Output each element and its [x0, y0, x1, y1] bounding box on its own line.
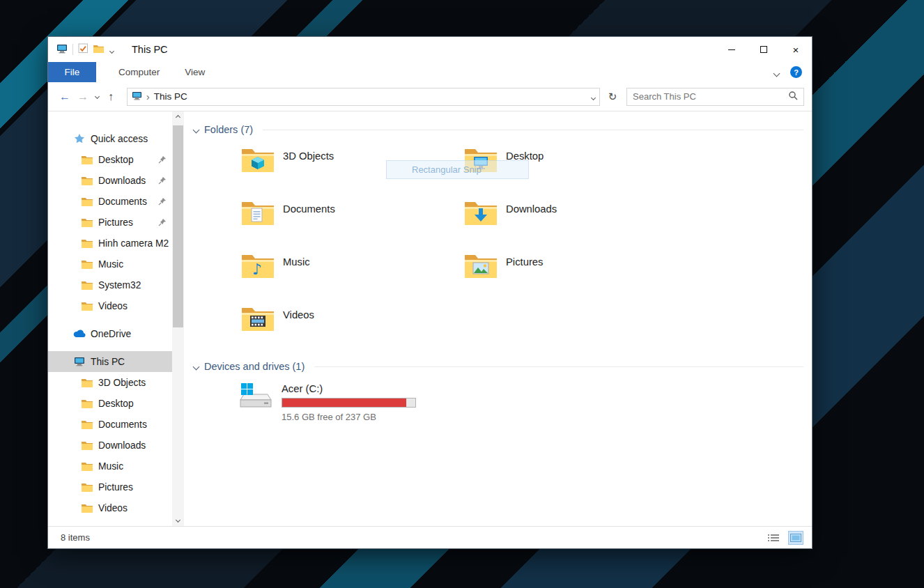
sidebar-item-hinh-camera-m2[interactable]: Hinh camera M2	[48, 233, 172, 254]
breadcrumb-separator-icon: ›	[146, 91, 150, 102]
customize-toolbar-chevron-icon[interactable]	[110, 44, 114, 55]
folder-icon	[81, 197, 93, 206]
details-view-button[interactable]	[766, 531, 781, 545]
collapse-group-chevron-icon[interactable]	[193, 363, 200, 370]
sidebar-item-system32[interactable]: System32	[48, 274, 172, 295]
drive-free-space: 15.6 GB free of 237 GB	[282, 412, 416, 422]
address-location-icon	[132, 91, 142, 102]
new-folder-icon[interactable]	[93, 44, 104, 55]
refresh-button[interactable]: ↻	[604, 88, 621, 106]
item-count: 8 items	[61, 532, 90, 543]
sidebar-item-videos-qa[interactable]: Videos	[48, 295, 172, 316]
tile-videos[interactable]: Videos	[240, 302, 463, 355]
breadcrumb[interactable]: This PC	[154, 91, 187, 102]
group-header-label: Devices and drives (1)	[204, 361, 305, 372]
sidebar-item-documents[interactable]: Documents	[48, 414, 172, 435]
folder-icon	[81, 420, 93, 429]
sidebar-item-desktop-pinned[interactable]: Desktop	[48, 149, 172, 170]
sidebar-item-label: Videos	[98, 503, 128, 513]
sidebar-item-documents-pinned[interactable]: Documents	[48, 191, 172, 212]
folder-icon	[81, 302, 93, 311]
sidebar-item-quick-access[interactable]: Quick access	[48, 128, 172, 149]
scrollbar-thumb[interactable]	[173, 125, 183, 327]
collapse-ribbon-chevron-icon[interactable]	[774, 67, 779, 78]
forward-button[interactable]: →	[74, 88, 92, 106]
address-bar[interactable]: › This PC	[127, 88, 600, 106]
tab-view[interactable]: View	[172, 62, 217, 82]
group-header-devices[interactable]: Devices and drives (1)	[194, 361, 803, 372]
properties-icon[interactable]	[78, 43, 88, 56]
sidebar-item-label: OneDrive	[91, 329, 131, 339]
sidebar-item-downloads-pinned[interactable]: Downloads	[48, 170, 172, 191]
scroll-up-icon[interactable]	[172, 111, 184, 123]
minimize-button[interactable]	[716, 37, 748, 62]
sidebar-item-music[interactable]: Music	[48, 456, 172, 477]
sidebar-item-label: Quick access	[91, 134, 148, 144]
sidebar-item-desktop[interactable]: Desktop	[48, 393, 172, 414]
sidebar-item-onedrive[interactable]: OneDrive	[48, 323, 172, 344]
folder-icon	[81, 155, 93, 164]
folder-icon	[81, 281, 93, 290]
help-button[interactable]: ?	[790, 66, 802, 78]
sidebar-item-videos[interactable]: Videos	[48, 497, 172, 518]
sidebar-item-music-qa[interactable]: Music	[48, 254, 172, 274]
sidebar-item-this-pc[interactable]: This PC	[48, 351, 172, 372]
address-dropdown-chevron-icon[interactable]	[592, 91, 595, 102]
sidebar-item-label: Documents	[98, 196, 147, 207]
pin-icon	[158, 155, 167, 164]
snip-ghost-overlay: Rectangular Snip	[386, 160, 529, 179]
tile-documents[interactable]: Documents	[240, 196, 463, 249]
close-button[interactable]: ×	[780, 37, 812, 62]
sidebar-item-label: Downloads	[98, 176, 146, 186]
sidebar-item-pictures[interactable]: Pictures	[48, 477, 172, 497]
drive-label: Acer (C:)	[282, 383, 416, 394]
drive-usage-fill	[282, 399, 406, 407]
downloads-folder-icon	[463, 199, 498, 229]
quick-access-toolbar	[56, 43, 114, 56]
svg-text:♪: ♪	[252, 261, 262, 278]
tile-label: Downloads	[506, 203, 557, 215]
tile-music[interactable]: ♪ Music	[240, 249, 463, 302]
group-header-folders[interactable]: Folders (7)	[194, 124, 803, 135]
folder-icon	[81, 504, 93, 513]
videos-folder-icon	[240, 305, 275, 335]
drive-acer-c[interactable]: Acer (C:) 15.6 GB free of 237 GB	[237, 382, 812, 422]
up-button[interactable]: ↑	[102, 88, 120, 106]
drive-usage-bar	[282, 398, 416, 408]
navigation-pane: Quick access Desktop Downloads Documents…	[48, 111, 172, 526]
sidebar-item-3d-objects[interactable]: 3D Objects	[48, 372, 172, 393]
navigation-toolbar: ← → ↑ › This PC ↻	[48, 82, 812, 111]
collapse-group-chevron-icon[interactable]	[193, 126, 200, 133]
sidebar-item-label: Documents	[98, 419, 147, 430]
tab-file[interactable]: File	[48, 62, 96, 82]
sidebar-item-pictures-pinned[interactable]: Pictures	[48, 212, 172, 233]
tile-pictures[interactable]: Pictures	[463, 249, 686, 302]
folder-icon	[81, 218, 93, 227]
recent-locations-chevron-icon[interactable]	[92, 95, 102, 98]
sidebar-item-label: 3D Objects	[98, 378, 146, 388]
navigation-scrollbar[interactable]	[172, 111, 184, 526]
maximize-icon	[760, 46, 767, 53]
pictures-folder-icon	[463, 252, 498, 282]
sidebar-item-label: Pictures	[98, 217, 133, 228]
sidebar-item-label: Pictures	[98, 482, 133, 493]
file-list-area: Rectangular Snip Folders (7) 3D Objects	[184, 111, 812, 526]
folder-icon	[81, 441, 93, 450]
title-bar[interactable]: This PC ×	[48, 37, 812, 62]
tile-label: Documents	[283, 203, 335, 215]
maximize-button[interactable]	[748, 37, 780, 62]
search-input[interactable]	[633, 91, 788, 102]
back-button[interactable]: ←	[56, 88, 74, 106]
large-icons-view-button[interactable]	[788, 531, 803, 545]
folder-icon	[81, 239, 93, 248]
toolbar-separator	[72, 44, 73, 55]
status-bar: 8 items	[48, 526, 812, 548]
sidebar-item-downloads[interactable]: Downloads	[48, 435, 172, 456]
tab-computer[interactable]: Computer	[106, 62, 172, 82]
tile-downloads[interactable]: Downloads	[463, 196, 686, 249]
folder-icon	[81, 462, 93, 471]
scroll-down-icon[interactable]	[172, 514, 184, 526]
folder-icon	[81, 399, 93, 408]
search-icon[interactable]	[788, 91, 798, 102]
ribbon-tabs: File Computer View ?	[48, 62, 812, 82]
